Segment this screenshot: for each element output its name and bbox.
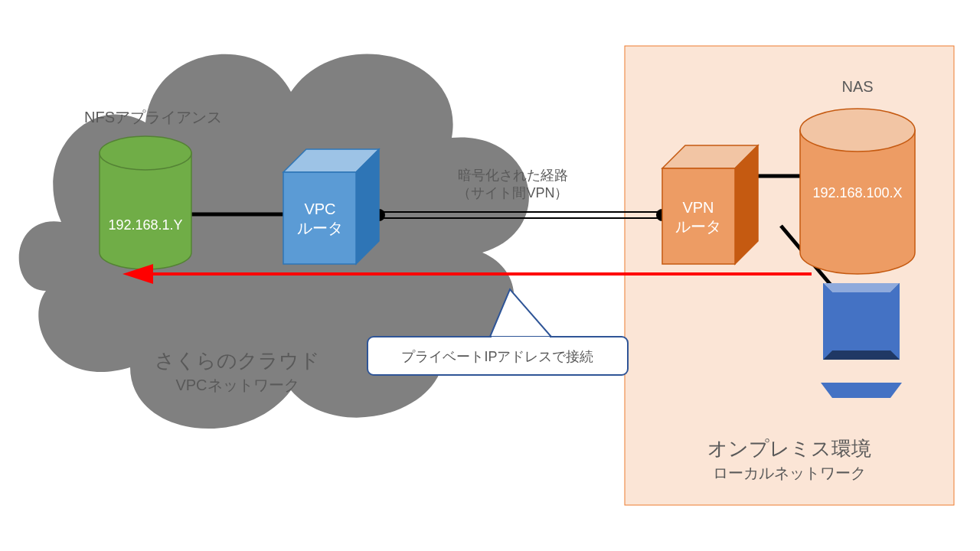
onprem-title: オンプレミス環境	[707, 437, 871, 460]
svg-point-5	[100, 136, 191, 170]
encrypted-label-1: 暗号化された経路	[458, 168, 568, 183]
svg-rect-18	[832, 292, 890, 350]
vpn-router-label-1: VPN	[682, 199, 714, 216]
svg-marker-19	[821, 383, 902, 398]
diagram-canvas: オンプレミス環境 ローカルネットワーク さくらのクラウド VPCネットワーク N…	[0, 0, 980, 551]
cloud-subtitle: VPCネットワーク	[175, 377, 299, 393]
nfs-appliance-label: NFSアプライアンス	[84, 109, 222, 126]
svg-rect-11	[662, 168, 735, 264]
svg-point-12	[800, 109, 915, 152]
vpc-router-label-2: ルータ	[297, 220, 343, 236]
svg-marker-24	[492, 337, 550, 337]
svg-marker-15	[890, 283, 900, 360]
nfs-cylinder-icon	[100, 136, 191, 269]
nfs-ip: 192.168.1.Y	[108, 217, 182, 233]
svg-marker-17	[823, 283, 832, 360]
svg-rect-8	[283, 172, 356, 264]
onprem-subtitle: ローカルネットワーク	[713, 465, 866, 481]
svg-marker-16	[823, 350, 900, 360]
nas-ip: 192.168.100.X	[812, 185, 902, 201]
svg-marker-14	[823, 283, 900, 292]
vpc-router-label-1: VPC	[304, 201, 335, 217]
encrypted-label-2: （サイト間VPN）	[457, 185, 568, 201]
vpn-router-label-2: ルータ	[675, 218, 721, 235]
cloud-title: さくらのクラウド	[155, 349, 320, 372]
callout-text: プライベートIPアドレスで接続	[401, 349, 593, 364]
nas-label: NAS	[841, 78, 873, 95]
